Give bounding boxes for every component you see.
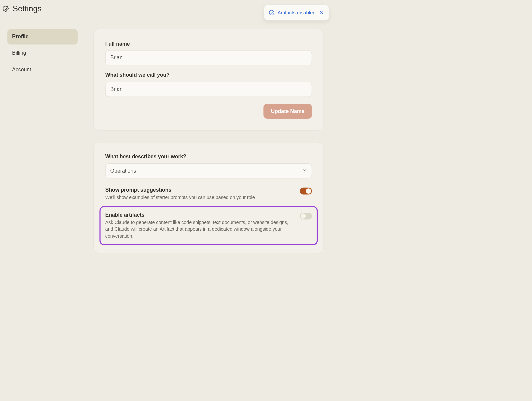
chevron-down-icon [302, 168, 307, 174]
sidebar-item-account[interactable]: Account [7, 62, 78, 77]
nickname-input[interactable] [105, 82, 312, 97]
prompt-suggestions-row: Show prompt suggestions We'll show examp… [105, 187, 312, 201]
sidebar-item-label: Account [12, 67, 31, 72]
sidebar-item-label: Profile [12, 34, 28, 39]
toast-notification: Artifacts disabled [264, 5, 329, 20]
artifacts-title: Enable artifacts [105, 212, 292, 218]
full-name-label: Full name [105, 41, 312, 47]
gear-icon [3, 6, 9, 12]
artifacts-desc: Ask Claude to generate content like code… [105, 219, 292, 240]
artifacts-highlight: Enable artifacts Ask Claude to generate … [99, 206, 318, 245]
toast-message: Artifacts disabled [277, 10, 315, 15]
full-name-input[interactable] [105, 50, 312, 65]
svg-point-0 [5, 8, 7, 10]
page-title: Settings [13, 4, 42, 13]
preferences-card: What best describes your work? Operation… [93, 142, 324, 253]
artifacts-toggle[interactable] [300, 213, 312, 220]
prompt-suggestions-toggle[interactable] [300, 188, 312, 195]
name-card: Full name What should we call you? Updat… [93, 29, 324, 131]
prompt-suggestions-desc: We'll show examples of starter prompts y… [105, 194, 292, 201]
work-select-value: Operations [110, 168, 136, 174]
prompt-suggestions-title: Show prompt suggestions [105, 187, 292, 193]
toggle-knob [306, 188, 311, 194]
work-describe-label: What best describes your work? [105, 154, 312, 160]
update-name-button[interactable]: Update Name [264, 104, 312, 119]
nickname-label: What should we call you? [105, 72, 312, 78]
sidebar-item-profile[interactable]: Profile [7, 29, 78, 45]
toast-close-button[interactable] [319, 10, 324, 15]
sidebar-item-label: Billing [12, 50, 26, 56]
artifacts-row: Enable artifacts Ask Claude to generate … [105, 212, 312, 240]
toggle-knob [301, 213, 306, 219]
sidebar-item-billing[interactable]: Billing [7, 46, 78, 61]
work-select[interactable]: Operations [105, 163, 312, 178]
settings-sidebar: Profile Billing Account [7, 29, 78, 265]
check-circle-icon [269, 10, 274, 15]
